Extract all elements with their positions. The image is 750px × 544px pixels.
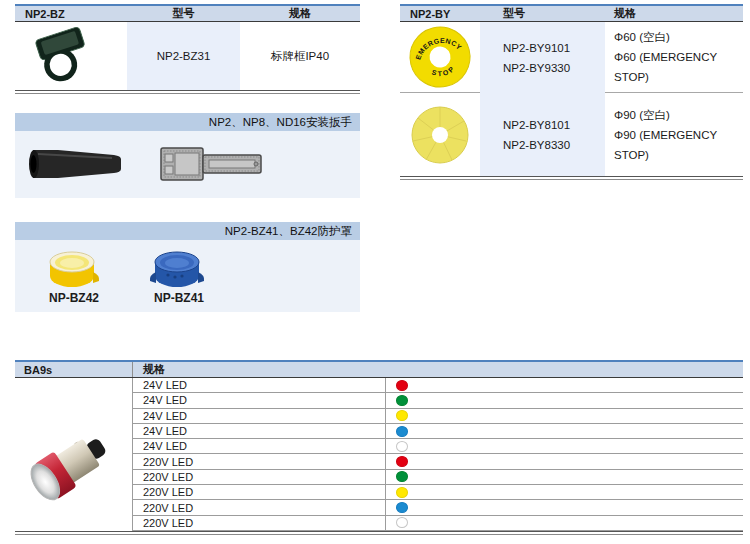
color-dot-white [396, 441, 408, 452]
color-dot-yellow [396, 487, 408, 498]
np2by-model: NP2-BY9330 [503, 58, 605, 78]
cover-section-bar: NP2-BZ41、BZ42防护罩 [15, 222, 360, 240]
np2by-row-1: EMERGENCY STOP NP2-BY9101 NP2-BY9330 Φ60… [400, 22, 743, 93]
spec-label: 24V LED [133, 424, 386, 438]
table-row: 220V LED [133, 516, 743, 531]
table-row: 24V LED [133, 424, 743, 439]
wrench-section-body [15, 131, 360, 198]
yellow-cover-icon [43, 245, 101, 293]
wrench-section: NP2、NP8、ND16安装扳手 [15, 113, 360, 198]
ba9s-title: BA9s [15, 362, 133, 377]
np2bz-spec: 标牌框IP40 [240, 22, 360, 90]
table-row: 220V LED [133, 485, 743, 500]
cover-section-title: NP2-BZ41、BZ42防护罩 [225, 224, 352, 239]
color-dot-green [396, 395, 408, 406]
color-dot-red [396, 456, 408, 467]
table-row: 24V LED [133, 439, 743, 454]
table-row: 24V LED [133, 378, 743, 393]
blank-disc-icon [410, 105, 470, 165]
label-frame-icon [25, 26, 99, 86]
cover-section-body: NP-BZ42 NP-BZ41 [15, 240, 360, 312]
np2by-spec: Φ90 (空白) [614, 105, 743, 125]
np2by-row1-models: NP2-BY9101 NP2-BY9330 [480, 22, 605, 93]
color-dot-yellow [396, 410, 408, 421]
color-dot-red [396, 380, 408, 391]
np2by-header: NP2-BY 型号 规格 [400, 6, 743, 22]
np2by-model: NP2-BY9101 [503, 38, 605, 58]
wrench-section-title: NP2、NP8、ND16安装扳手 [209, 115, 352, 130]
spec-label: 24V LED [133, 409, 386, 423]
emergency-stop-disc-icon: EMERGENCY STOP [407, 24, 473, 90]
cover-yellow-label: NP-BZ42 [49, 291, 99, 305]
np2bz-col-spec: 规格 [240, 6, 360, 21]
table-row: 24V LED [133, 393, 743, 408]
blue-cover-icon [148, 245, 206, 293]
np2bz-row: NP2-BZ31 标牌框IP40 [15, 22, 360, 90]
spec-label: 24V LED [133, 378, 386, 392]
np2by-row2-specs: Φ90 (空白) Φ90 (EMERGENCY STOP) [605, 93, 743, 176]
label-frame-image [15, 22, 127, 90]
np2by-spec: Φ90 (EMERGENCY STOP) [614, 125, 743, 165]
spec-label: 220V LED [133, 470, 386, 484]
np2bz-header: NP2-BZ 型号 规格 [15, 6, 360, 22]
np2by-model: NP2-BY8330 [503, 135, 605, 155]
ba9s-col-spec: 规格 [133, 362, 743, 377]
cover-blue-label: NP-BZ41 [154, 291, 204, 305]
spec-label: 220V LED [133, 485, 386, 499]
np2by-row2-models: NP2-BY8101 NP2-BY8330 [480, 93, 605, 176]
color-dot-blue [396, 502, 408, 513]
ba9s-header: BA9s 规格 [15, 362, 743, 378]
table-row: 220V LED [133, 470, 743, 485]
np2bz-table: NP2-BZ 型号 规格 NP2-BZ31 标牌框IP40 [15, 4, 360, 94]
np2bz-model: NP2-BZ31 [127, 22, 240, 90]
wrench-section-bar: NP2、NP8、ND16安装扳手 [15, 113, 360, 131]
table-row: 220V LED [133, 500, 743, 515]
cover-section: NP2-BZ41、BZ42防护罩 NP-BZ42 NP-BZ41 [15, 222, 360, 312]
ba9s-body: 24V LED 24V LED 24V LED 24V LED 24V LED … [15, 378, 743, 531]
np2bz-col-model: 型号 [127, 6, 240, 21]
spec-label: 220V LED [133, 500, 386, 514]
spec-label: 24V LED [133, 393, 386, 407]
np2by-col-spec: 规格 [605, 6, 743, 21]
color-dot-blue [396, 426, 408, 437]
np2by-table: NP2-BY 型号 规格 EMERGENCY STOP [400, 4, 743, 180]
np2by-bottom-border [400, 176, 743, 180]
np2by-spec: Φ60 (空白) [614, 27, 743, 47]
np2by-col-model: 型号 [480, 6, 605, 21]
ba9s-bulb-icon [23, 414, 123, 514]
np2by-row-2: NP2-BY8101 NP2-BY8330 Φ90 (空白) Φ90 (EMER… [400, 93, 743, 176]
np2bz-bottom-border [15, 90, 360, 94]
ba9s-image-cell [15, 378, 133, 531]
ba9s-bottom-border [15, 531, 743, 535]
spec-label: 24V LED [133, 439, 386, 453]
spec-label: 220V LED [133, 454, 386, 468]
wrench-drawing-icon [159, 142, 265, 186]
color-dot-white [396, 517, 408, 528]
np2by-row1-specs: Φ60 (空白) Φ60 (EMERGENCY STOP) [605, 22, 743, 93]
np2by-title: NP2-BY [400, 8, 480, 20]
ba9s-table: BA9s 规格 [15, 360, 743, 535]
ba9s-rows: 24V LED 24V LED 24V LED 24V LED 24V LED … [133, 378, 743, 531]
np2bz-title: NP2-BZ [15, 8, 127, 20]
blank-disc-90-image [400, 93, 480, 176]
table-row: 24V LED [133, 409, 743, 424]
table-row: 220V LED [133, 454, 743, 469]
np2by-spec: Φ60 (EMERGENCY STOP) [614, 47, 743, 87]
socket-wrench-photo-icon [28, 143, 124, 185]
np2by-model: NP2-BY8101 [503, 115, 605, 135]
color-dot-green [396, 471, 408, 482]
emergency-disc-60-image: EMERGENCY STOP [400, 22, 480, 93]
spec-label: 220V LED [133, 516, 386, 530]
